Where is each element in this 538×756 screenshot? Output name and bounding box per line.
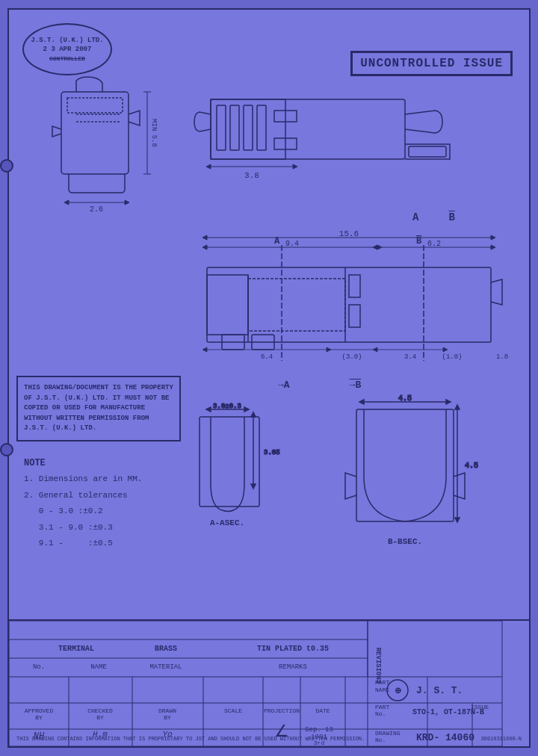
svg-text:B-BSEC.: B-BSEC. [388,537,422,546]
drawing-page: J.S.T. (U.K.) LTD. 2 3 APR 2007 CONTROLL… [7,8,531,748]
svg-text:6.4: 6.4 [261,353,273,361]
stamp-date: 2 3 APR 2007 [43,45,92,55]
svg-marker-23 [293,164,297,169]
binder-hole-bottom [0,443,13,456]
part-view-topleft: MIN 5.8 2.6 [31,77,181,219]
svg-text:A-ASEC.: A-ASEC. [210,518,244,527]
svg-marker-48 [491,245,495,250]
property-notice-text: THIS DRAWING/DOCUMENT IS THE PROPERTY OF… [24,384,173,432]
company-stamp: J.S.T. (U.K.) LTD. 2 3 APR 2007 CONTROLL… [22,23,112,75]
svg-text:No.: No. [33,663,45,671]
svg-text:BRASS: BRASS [155,645,177,653]
svg-marker-64 [206,407,211,412]
svg-text:2.6: 2.6 [90,205,103,214]
svg-text:1.8: 1.8 [496,353,508,361]
svg-marker-39 [202,235,207,240]
property-notice-box: THIS DRAWING/DOCUMENT IS THE PROPERTY OF… [16,376,181,441]
svg-rect-16 [244,105,253,150]
svg-text:3.05: 3.05 [264,449,280,456]
svg-marker-79 [455,518,460,522]
svg-text:3.0±0.3: 3.0±0.3 [213,403,241,410]
footer-disclaimer: THIS DRAWING CONTAINS INFORMATION THAT I… [16,736,365,742]
svg-marker-57 [373,347,377,352]
svg-rect-12 [211,99,405,159]
binder-hole-top [0,159,13,173]
main-ortho-svg: A B 15.6 9.4 6.2 [192,230,513,376]
svg-rect-30 [349,275,360,297]
arrow-label-a: →A [278,379,290,391]
svg-marker-40 [491,235,495,240]
svg-rect-0 [61,92,129,174]
svg-text:(1.0): (1.0) [442,353,462,361]
uncontrolled-label: UNCONTROLLED ISSUE [360,57,503,70]
svg-marker-43 [202,245,207,250]
arrow-label-b: →B [350,379,362,391]
svg-marker-75 [446,400,451,404]
svg-marker-51 [202,347,207,352]
svg-text:3.8: 3.8 [244,171,259,180]
svg-rect-1 [67,98,123,113]
section-views-svg: 3.0±0.3 3.05 A-ASEC. [192,402,513,566]
svg-text:DATE: DATE [315,707,330,714]
svg-marker-47 [373,245,377,250]
svg-rect-28 [248,279,345,331]
svg-text:NAME: NAME [375,687,389,693]
svg-marker-22 [206,164,211,169]
note-4: 3.1 - 9.0 :±0.3 [24,521,188,535]
svg-text:DRAWING: DRAWING [375,730,401,737]
ab-labels-top: A B [412,211,455,223]
part-svg-topleft: MIN 5.8 2.6 [31,77,181,219]
svg-text:DRAWN: DRAWN [158,707,176,714]
footer-text: THIS DRAWING CONTAINS INFORMATION THAT I… [16,736,365,742]
svg-text:⊕: ⊕ [395,687,401,695]
svg-text:BY: BY [35,714,43,721]
svg-text:TERMINAL: TERMINAL [58,645,94,653]
note-2: 2. General tolerances [24,489,188,503]
svg-text:NAME: NAME [90,663,107,671]
svg-text:BY: BY [164,714,171,721]
uncontrolled-issue-box: UNCONTROLLED ISSUE [350,51,513,76]
footer-serial: 36910331600-N [480,736,522,742]
svg-marker-74 [359,400,364,404]
svg-text:BY: BY [96,714,104,721]
stamp-control: CONTROLLED [49,55,85,63]
svg-text:SCALE: SCALE [224,707,242,714]
main-ortho-view: A B 15.6 9.4 6.2 [192,230,513,376]
svg-text:J. S. T.: J. S. T. [416,685,463,696]
svg-text:PROJECTION: PROJECTION [264,707,300,714]
svg-marker-78 [455,405,460,409]
svg-text:PART: PART [375,679,389,686]
svg-text:Sep. 13: Sep. 13 [305,726,333,734]
svg-rect-20 [409,146,446,157]
title-block-svg: TERMINAL BRASS TIN PLATED t0.35 REVISION… [9,621,502,748]
svg-rect-62 [200,417,259,506]
svg-text:CHECKED: CHECKED [87,707,113,714]
ab-arrow-labels: →A →B [278,379,361,391]
svg-text:APPROVED: APPROVED [25,707,54,714]
svg-marker-69 [251,484,256,489]
svg-text:KRD- 14060: KRD- 14060 [416,732,474,743]
svg-marker-9 [64,200,69,205]
note-1: 1. Dimensions are in MM. [24,473,188,486]
svg-text:3.4: 3.4 [404,353,416,361]
notes-section: NOTE 1. Dimensions are in MM. 2. General… [24,458,188,554]
svg-marker-68 [251,412,256,417]
svg-marker-58 [443,347,448,352]
svg-text:REMARKS: REMARKS [279,663,307,671]
label-a: A [412,211,418,223]
serial-number: 36910331600-N [480,736,522,742]
svg-rect-26 [207,275,248,335]
svg-rect-17 [257,105,266,150]
svg-text:ISSUE: ISSUE [471,704,489,710]
section-views: 3.0±0.3 3.05 A-ASEC. [192,402,513,566]
svg-rect-14 [217,105,226,150]
svg-text:(3.0): (3.0) [341,353,362,361]
svg-text:15.6: 15.6 [339,229,359,238]
svg-text:MATERIAL: MATERIAL [149,663,182,671]
svg-text:PART: PART [375,704,389,710]
svg-rect-15 [230,105,239,150]
svg-text:9.4: 9.4 [285,240,299,248]
svg-text:4.5: 4.5 [398,394,412,403]
note-3: 0 - 3.0 :±0.2 [24,505,188,518]
svg-marker-10 [125,200,129,205]
